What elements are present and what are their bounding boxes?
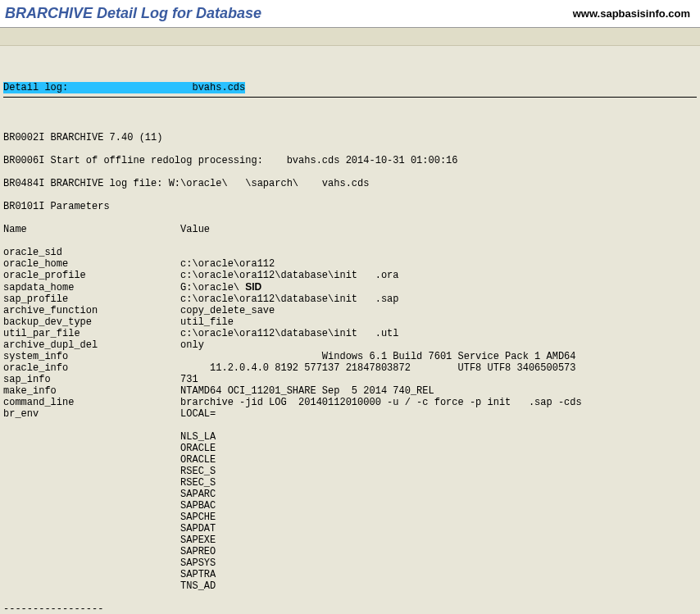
- param-header-row: Name Value: [3, 224, 697, 235]
- env-continuation-block: NLS_LA ORACLE ORACLE RSEC_S RSEC_S SAPAR…: [3, 431, 697, 592]
- log-line: BR0006I Start of offline redolog process…: [3, 155, 697, 166]
- param-value-header: Value: [180, 224, 210, 235]
- param-row: oracle_home c:\oracle\ora112: [3, 258, 697, 270]
- page-title: BRARCHIVE Detail Log for Database: [5, 5, 261, 22]
- param-name-header: Name: [3, 224, 27, 235]
- env-line: SAPDAT: [3, 523, 697, 534]
- param-row: oracle_sid: [3, 247, 697, 258]
- param-row: backup_dev_type util_file: [3, 316, 697, 328]
- env-line: SAPCHE: [3, 512, 697, 523]
- env-line: SAPTRA: [3, 569, 697, 580]
- param-row: archive_dupl_del only: [3, 339, 697, 351]
- divider: [3, 97, 697, 98]
- param-row: oracle_info 11.2.0.4.0 8192 577137 21847…: [3, 362, 697, 374]
- site-url: www.sapbasisinfo.com: [573, 7, 690, 20]
- env-line: SAPREO: [3, 546, 697, 557]
- param-row: sap_profile c:\oracle\ora112\database\in…: [3, 293, 697, 305]
- env-line: SAPBAC: [3, 500, 697, 512]
- param-row: sapdata_home G:\oracle\ SID: [3, 281, 697, 293]
- env-line: TNS_AD: [3, 580, 697, 592]
- log-content: Detail log: bvahs.cds BR0002I BRARCHIVE …: [0, 46, 700, 614]
- param-row: sap_info 731: [3, 374, 697, 385]
- param-row: command_line brarchive -jid LOG 20140112…: [3, 397, 697, 408]
- env-line: SAPEXE: [3, 534, 697, 546]
- parameters-block: oracle_sid oracle_home c:\oracle\ora112o…: [3, 247, 697, 420]
- env-line: SAPARC: [3, 489, 697, 500]
- param-row: oracle_profile c:\oracle\ora112\database…: [3, 270, 697, 281]
- header-bar: BRARCHIVE Detail Log for Database www.sa…: [0, 0, 700, 28]
- env-line: ORACLE: [3, 443, 697, 454]
- param-row: archive_function copy_delete_save: [3, 305, 697, 316]
- param-row: util_par_file c:\oracle\ora112\database\…: [3, 328, 697, 339]
- dash-line: -----------------: [3, 603, 697, 614]
- env-line: ORACLE: [3, 454, 697, 466]
- env-line: RSEC_S: [3, 466, 697, 477]
- detail-log-header: Detail log: bvahs.cds: [3, 82, 245, 93]
- log-line: BR0484I BRARCHIVE log file: W:\oracle\ \…: [3, 178, 697, 189]
- param-row: make_info NTAMD64 OCI_11201_SHARE Sep 5 …: [3, 385, 697, 397]
- toolbar-strip: [0, 28, 700, 46]
- blank-line: [3, 109, 697, 121]
- log-line: BR0002I BRARCHIVE 7.40 (11): [3, 132, 697, 143]
- param-row: br_env LOCAL=: [3, 408, 697, 420]
- env-line: SAPSYS: [3, 557, 697, 569]
- param-row: system_info Windows 6.1 Build 7601 Servi…: [3, 351, 697, 362]
- env-line: RSEC_S: [3, 477, 697, 489]
- env-line: NLS_LA: [3, 431, 697, 443]
- log-line: BR0101I Parameters: [3, 201, 697, 212]
- sid-placeholder: SID: [245, 281, 261, 293]
